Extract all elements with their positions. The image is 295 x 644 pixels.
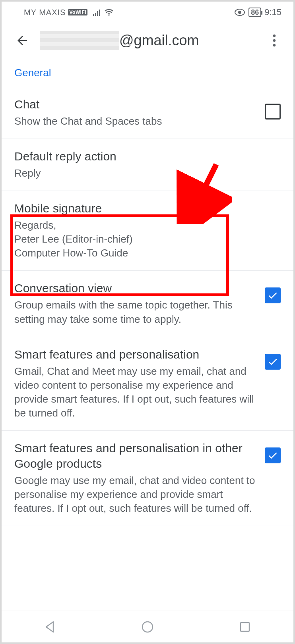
setting-conversation-subtitle: Group emails with the same topic togethe… <box>14 298 258 326</box>
svg-point-7 <box>273 35 276 37</box>
setting-smart1-subtitle: Gmail, Chat and Meet may use my email, c… <box>14 364 258 420</box>
signal-icon <box>93 9 102 16</box>
battery-percent: 86 <box>251 8 259 17</box>
setting-conversation-title: Conversation view <box>14 280 258 296</box>
setting-conversation-view[interactable]: Conversation view Group emails with the … <box>2 271 293 337</box>
arrow-left-icon <box>15 33 29 48</box>
setting-smart2-subtitle: Google may use my email, chat and video … <box>14 474 258 515</box>
nav-recent-button[interactable] <box>233 615 257 639</box>
setting-smart2-title: Smart features and personalisation in ot… <box>14 440 258 471</box>
svg-point-6 <box>238 11 241 14</box>
setting-signature-title: Mobile signature <box>14 201 281 216</box>
email-username-redacted <box>40 31 119 50</box>
triangle-back-icon <box>43 620 57 634</box>
system-nav-bar <box>2 611 293 642</box>
conversation-checkbox[interactable] <box>265 287 281 303</box>
square-recent-icon <box>239 621 251 633</box>
section-header-general: General <box>2 61 293 87</box>
setting-smart1-title: Smart features and personalisation <box>14 347 258 362</box>
setting-default-reply[interactable]: Default reply action Reply <box>2 139 293 191</box>
svg-point-8 <box>273 39 276 42</box>
svg-rect-2 <box>97 11 98 16</box>
page-title: @gmail.com <box>119 32 199 49</box>
svg-point-4 <box>109 14 110 15</box>
nav-back-button[interactable] <box>38 615 62 639</box>
status-bar: MY MAXIS VoWiFi 86 9:15 <box>2 2 293 21</box>
setting-mobile-signature[interactable]: Mobile signature Regards, Peter Lee (Edi… <box>2 191 293 271</box>
setting-chat-title: Chat <box>14 96 258 112</box>
circle-home-icon <box>141 620 154 634</box>
setting-chat-subtitle: Show the Chat and Spaces tabs <box>14 114 258 128</box>
svg-rect-0 <box>93 14 94 16</box>
wifi-icon <box>104 9 114 16</box>
visibility-icon <box>234 8 245 16</box>
vowifi-badge: VoWiFi <box>68 9 87 15</box>
app-header: @gmail.com <box>2 21 293 61</box>
smart2-checkbox[interactable] <box>265 447 281 463</box>
battery-indicator: 86 <box>248 8 261 17</box>
setting-reply-subtitle: Reply <box>14 166 281 180</box>
setting-signature-subtitle: Regards, Peter Lee (Editor-in-chief) Com… <box>14 218 281 260</box>
back-button[interactable] <box>11 29 33 52</box>
carrier-label: MY MAXIS <box>24 8 66 17</box>
more-vert-icon <box>273 34 276 47</box>
setting-reply-title: Default reply action <box>14 148 281 164</box>
svg-rect-1 <box>95 13 96 16</box>
svg-point-11 <box>142 622 153 632</box>
svg-rect-12 <box>241 623 249 631</box>
setting-smart-features[interactable]: Smart features and personalisation Gmail… <box>2 337 293 431</box>
smart1-checkbox[interactable] <box>265 354 281 370</box>
svg-point-9 <box>273 44 276 46</box>
nav-home-button[interactable] <box>136 615 159 639</box>
setting-chat[interactable]: Chat Show the Chat and Spaces tabs <box>2 87 293 139</box>
chat-checkbox[interactable] <box>265 104 281 120</box>
overflow-menu-button[interactable] <box>265 31 284 50</box>
clock-time: 9:15 <box>264 7 281 17</box>
svg-rect-3 <box>99 10 100 16</box>
setting-smart-features-other[interactable]: Smart features and personalisation in ot… <box>2 431 293 526</box>
